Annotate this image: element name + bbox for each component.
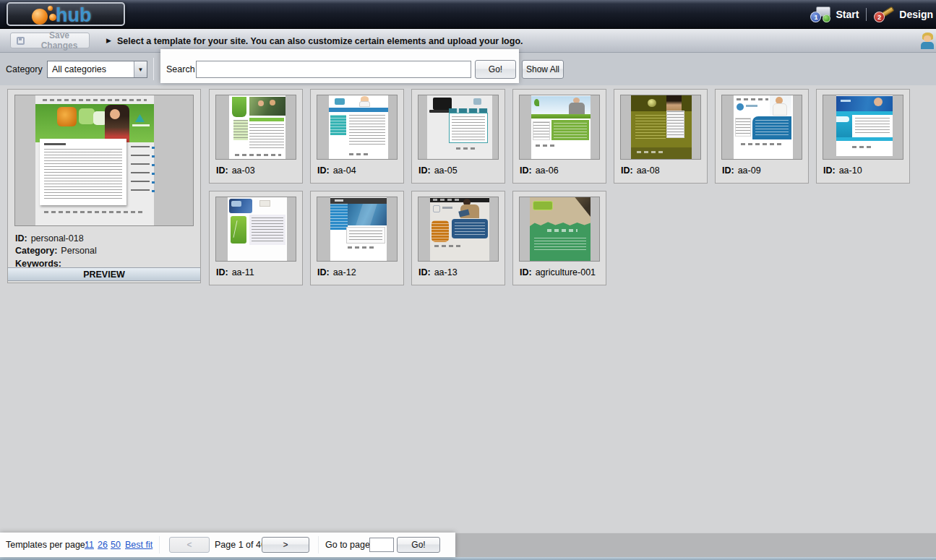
thumb-man-suit: [569, 103, 585, 114]
thumb-logo: [259, 200, 270, 207]
featured-template-card[interactable]: ID:personal-018 Category:Personal Keywor…: [7, 89, 201, 283]
per-page-26-link[interactable]: 26: [98, 540, 108, 550]
search-go-button[interactable]: Go!: [475, 60, 516, 79]
template-card-aa-08[interactable]: ID:aa-08: [614, 89, 708, 184]
featured-category-label: Category:: [15, 246, 57, 256]
template-card-aa-04[interactable]: ID:aa-04: [310, 89, 404, 184]
thumb-menu: [131, 146, 150, 194]
thumb-header: [631, 95, 692, 111]
featured-template-thumbnail[interactable]: [14, 95, 194, 226]
prev-page-button[interactable]: <: [169, 537, 210, 553]
template-thumbnail[interactable]: [823, 95, 903, 160]
id-value: aa-09: [738, 165, 761, 176]
per-page-11-link[interactable]: 11: [85, 540, 94, 550]
thumb-sidebar: [533, 121, 550, 140]
template-id-line: ID:aa-11: [216, 267, 254, 277]
hub-logo[interactable]: hub: [7, 2, 125, 26]
thumb-sidebar: [233, 120, 248, 140]
template-id-line: ID:aa-08: [621, 165, 660, 176]
nav-design[interactable]: 2 Design: [874, 7, 933, 22]
thumb-topnav-links: [433, 199, 462, 201]
next-page-button[interactable]: >: [262, 537, 309, 553]
thumb-green-panel: [231, 216, 246, 244]
preview-button[interactable]: PREVIEW: [8, 267, 200, 281]
template-grid: ID:personal-018 Category:Personal Keywor…: [0, 85, 936, 533]
thumb-ribbon: [232, 97, 246, 117]
template-thumbnail[interactable]: [519, 197, 600, 262]
template-thumbnail[interactable]: [215, 197, 296, 262]
template-card-aa-12[interactable]: ID:aa-12: [310, 191, 404, 285]
go-arrow-icon: [823, 14, 830, 22]
template-thumbnail[interactable]: [317, 197, 398, 262]
template-thumbnail[interactable]: [519, 95, 600, 160]
design-step-icon: 2: [874, 7, 896, 22]
template-thumbnail[interactable]: [418, 95, 499, 160]
id-label: ID:: [216, 267, 228, 277]
template-id-line: ID:agriculture-001: [520, 267, 596, 277]
category-select[interactable]: All categories ▼: [47, 61, 147, 78]
thumb-logo: [841, 100, 851, 102]
goto-page-input[interactable]: [369, 538, 394, 552]
chevron-down-icon[interactable]: ▼: [134, 61, 147, 77]
id-label: ID:: [621, 165, 633, 176]
featured-category-value: Personal: [61, 246, 96, 256]
id-label: ID:: [520, 267, 532, 277]
thumb-sidebar-selected: [836, 116, 849, 122]
template-id-line: ID:aa-03: [216, 165, 255, 176]
save-floppy-icon: [17, 37, 25, 45]
thumb-heading: [44, 143, 66, 145]
template-card-aa-05[interactable]: ID:aa-05: [411, 89, 505, 184]
template-card-agriculture-001[interactable]: ID:agriculture-001: [512, 191, 606, 285]
template-card-aa-11[interactable]: ID:aa-11: [209, 191, 303, 285]
per-page-50-link[interactable]: 50: [111, 540, 121, 550]
thumb-bar: [249, 118, 284, 121]
nav-start[interactable]: 1 Start: [810, 7, 859, 22]
template-thumbnail[interactable]: [620, 95, 701, 160]
goto-page-go-button[interactable]: Go!: [397, 537, 440, 553]
thumb-sidebar: [330, 204, 348, 230]
thumb-nav: [531, 114, 591, 119]
featured-id-line: ID:personal-018: [15, 233, 84, 244]
template-card-aa-13[interactable]: ID:aa-13: [411, 191, 505, 285]
thumb-textlines: [44, 149, 122, 201]
show-all-button[interactable]: Show All: [522, 60, 564, 79]
id-value: aa-06: [536, 165, 559, 176]
template-thumbnail[interactable]: [215, 95, 296, 160]
template-id-line: ID:aa-05: [418, 165, 458, 176]
thumb-topnav: [737, 98, 768, 100]
per-page-bestfit-link[interactable]: Best fit: [125, 540, 153, 550]
id-label: ID:: [418, 165, 431, 176]
template-card-aa-03[interactable]: ID:aa-03: [209, 89, 303, 184]
thumb-textlines: [554, 123, 587, 138]
template-thumbnail[interactable]: [418, 197, 499, 262]
thumb-footer: [631, 147, 692, 160]
nav-start-label: Start: [836, 9, 859, 20]
thumb-footer: [235, 154, 281, 156]
user-profile-icon[interactable]: [920, 33, 935, 50]
logo-text: hub: [56, 4, 91, 27]
thumb-nav: [329, 108, 388, 112]
id-value: agriculture-001: [536, 267, 596, 277]
thumb-textlines: [455, 223, 485, 236]
thumb-footer: [741, 143, 781, 145]
save-changes-button[interactable]: Save Changes: [10, 33, 90, 48]
nav-design-label: Design: [899, 9, 933, 20]
thumb-sidebar: [735, 118, 751, 137]
thumb-woman-body: [773, 103, 787, 116]
template-card-aa-09[interactable]: ID:aa-09: [715, 89, 809, 184]
pagination-separator-2: [318, 536, 319, 553]
per-page-label: Templates per page:: [6, 540, 87, 550]
thumb-textlines: [252, 217, 283, 242]
search-input[interactable]: [196, 61, 471, 78]
template-card-aa-06[interactable]: ID:aa-06: [512, 89, 606, 184]
page-status: Page 1 of 46: [215, 540, 266, 550]
template-id-line: ID:aa-04: [317, 165, 356, 176]
step-2-badge: 2: [874, 12, 885, 22]
thumb-textlines: [452, 116, 485, 140]
thumb-logo-box: [433, 205, 440, 212]
template-thumbnail[interactable]: [317, 95, 398, 160]
template-card-aa-10[interactable]: ID:aa-10: [816, 89, 910, 184]
thumb-bus-window: [231, 201, 241, 207]
template-thumbnail[interactable]: [721, 95, 802, 160]
thumb-woman-face: [110, 109, 120, 119]
